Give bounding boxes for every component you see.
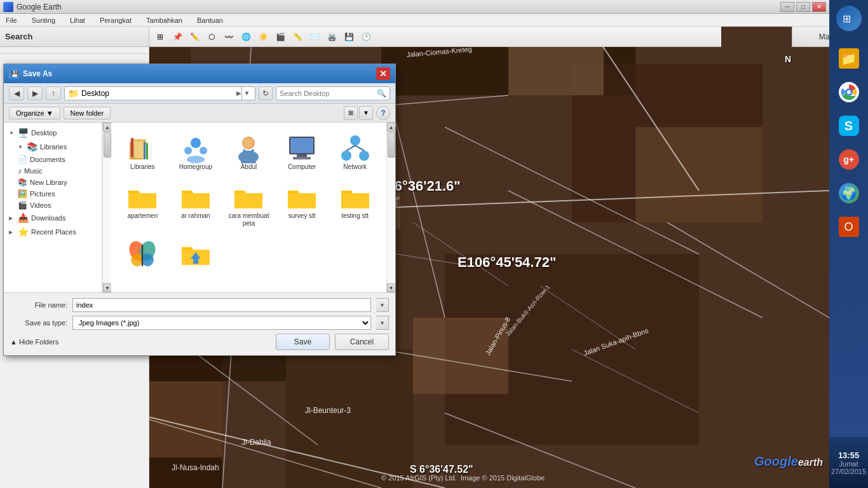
tree-item-pictures[interactable]: 🖼️ Pictures xyxy=(4,188,102,200)
filetype-dropdown-button[interactable]: ▼ xyxy=(376,316,389,330)
skype-icon[interactable]: S xyxy=(834,111,864,141)
filename-input[interactable] xyxy=(72,298,371,312)
ar-rahman-label: ar rahman xyxy=(181,212,210,220)
toolbar-earth-history[interactable]: 🕐 xyxy=(358,29,374,44)
menu-bantuan[interactable]: Bantuan xyxy=(194,15,226,25)
tree-new-library-label: New Library xyxy=(30,179,67,186)
windows-explorer-icon[interactable]: 📁 xyxy=(834,43,864,74)
tree-recent-places-header[interactable]: ▶ ⭐ Recent Places xyxy=(4,225,102,239)
file-item-cara-membuat-peta[interactable]: cara membuat peta xyxy=(224,178,274,231)
tree-pictures-icon: 🖼️ xyxy=(18,189,27,198)
refresh-button[interactable]: ↻ xyxy=(259,86,273,100)
organize-button[interactable]: Organize ▼ xyxy=(9,107,60,119)
scroll-up-button[interactable]: ▲ xyxy=(103,123,112,132)
file-item-network[interactable]: Network xyxy=(330,129,380,175)
close-button[interactable]: ✕ xyxy=(812,2,826,12)
search-input[interactable] xyxy=(280,90,377,97)
file-scroll-down-button[interactable]: ▼ xyxy=(387,283,396,292)
help-button[interactable]: ? xyxy=(376,106,390,120)
left-panel-header xyxy=(0,47,149,54)
tree-documents-icon: 📄 xyxy=(18,155,27,164)
minimize-button[interactable]: ─ xyxy=(780,2,794,12)
chrome-icon[interactable] xyxy=(834,77,864,107)
dialog-body: ▼ 🖥️ Desktop ▼ 📚 Libraries 📄 Documents ♪… xyxy=(4,123,395,292)
tree-item-new-library[interactable]: 📚 New Library xyxy=(4,177,102,188)
coord-bottom: S 6°36'47.52" xyxy=(410,464,473,475)
file-scroll-thumb[interactable] xyxy=(388,132,395,158)
toolbar-polygon[interactable]: ⬡ xyxy=(204,29,219,44)
toolbar-tour[interactable]: 🎬 xyxy=(273,29,288,44)
scroll-track[interactable] xyxy=(103,132,111,283)
google-earth-taskbar-icon[interactable]: 🌍 xyxy=(834,178,864,208)
tree-music-label: Music xyxy=(24,167,43,175)
computer-icon xyxy=(287,133,317,163)
view-dropdown-button[interactable]: ▼ xyxy=(359,106,373,120)
cancel-button[interactable]: Cancel xyxy=(335,334,389,350)
filename-dropdown-button[interactable]: ▼ xyxy=(376,298,389,312)
computer-label: Computer xyxy=(288,163,316,171)
filename-row: File name: ▼ xyxy=(10,298,389,312)
tree-item-documents[interactable]: 📄 Documents xyxy=(4,154,102,165)
windows-start-button[interactable]: ⊞ xyxy=(834,3,864,34)
file-scroll-up-button[interactable]: ▲ xyxy=(387,123,396,132)
file-item-testing-stt[interactable]: testing stt xyxy=(330,178,380,231)
tree-downloads-header[interactable]: ▶ 📥 Downloads xyxy=(4,211,102,225)
google-plus-icon[interactable]: g+ xyxy=(834,144,864,175)
up-button[interactable]: ↑ xyxy=(46,86,61,100)
dialog-nav-bar: ◀ ▶ ↑ 📁 Desktop ▶ ▼ ↻ 🔍 xyxy=(4,83,395,104)
toolbar-overlay[interactable]: 🌐 xyxy=(238,29,254,44)
file-item-survey-stt[interactable]: survey stt xyxy=(277,178,327,231)
toolbar-save-image[interactable]: 💾 xyxy=(341,29,356,44)
new-folder-button[interactable]: New folder xyxy=(64,107,111,119)
file-item-computer[interactable]: Computer xyxy=(277,129,327,175)
file-item-user[interactable]: Abdul xyxy=(224,129,274,175)
toolbar-pin[interactable]: 📌 xyxy=(170,29,185,44)
scroll-thumb[interactable] xyxy=(104,132,111,158)
view-toggle-button[interactable]: ⊞ xyxy=(344,106,358,120)
location-text: Desktop xyxy=(81,89,234,98)
office-icon[interactable]: O xyxy=(834,212,864,242)
tree-libraries-header[interactable]: ▼ 📚 Libraries xyxy=(4,140,102,154)
toolbar-sun[interactable]: ☀️ xyxy=(255,29,271,44)
search-bar[interactable]: 🔍 xyxy=(276,86,390,100)
ge-app-icon xyxy=(3,2,13,12)
location-bar[interactable]: 📁 Desktop ▶ ▼ xyxy=(64,86,255,100)
toolbar-draw-line[interactable]: ✏️ xyxy=(187,29,202,44)
ge-window-controls: ─ □ ✕ xyxy=(780,2,826,12)
tree-desktop-arrow: ▼ xyxy=(9,130,15,136)
file-item-libraries[interactable]: Libraries xyxy=(118,129,168,175)
hide-folders-arrow-icon: ▲ xyxy=(10,338,17,346)
hide-folders-button[interactable]: ▲ Hide Folders xyxy=(10,338,58,346)
toolbar-ruler[interactable]: 📏 xyxy=(290,29,305,44)
tree-item-music[interactable]: ♪ Music xyxy=(4,165,102,177)
location-dropdown-arrow[interactable]: ▼ xyxy=(241,86,252,100)
file-item-special1[interactable] xyxy=(118,234,168,273)
toolbar-print[interactable]: 🖨️ xyxy=(324,29,339,44)
tree-downloads-icon: 📥 xyxy=(18,213,29,223)
search-icon[interactable]: 🔍 xyxy=(377,89,386,98)
tree-desktop-label: Desktop xyxy=(31,129,57,137)
file-item-ar-rahman[interactable]: ar rahman xyxy=(171,178,221,231)
save-button[interactable]: Save xyxy=(276,334,330,350)
scroll-down-button[interactable]: ▼ xyxy=(103,283,112,292)
menu-lihat[interactable]: Lihat xyxy=(67,15,88,25)
toolbar-email[interactable]: ✉️ xyxy=(307,29,322,44)
menu-sunting[interactable]: Sunting xyxy=(29,15,58,25)
tree-desktop-header[interactable]: ▼ 🖥️ Desktop xyxy=(4,126,102,140)
forward-button[interactable]: ▶ xyxy=(27,86,43,100)
toolbar-show-sidebar[interactable]: ⊞ xyxy=(153,29,168,44)
maximize-button[interactable]: □ xyxy=(796,2,810,12)
dialog-close-button[interactable]: ✕ xyxy=(376,67,390,80)
file-scroll-track[interactable] xyxy=(387,132,396,283)
menu-perangkat[interactable]: Perangkat xyxy=(97,15,134,25)
back-button[interactable]: ◀ xyxy=(9,86,24,100)
file-item-apartemen[interactable]: apartemen xyxy=(118,178,168,231)
toolbar-path[interactable]: 〰️ xyxy=(221,29,236,44)
file-item-special2[interactable] xyxy=(171,234,221,273)
filetype-select[interactable]: Jpeg Images (*.jpg) xyxy=(72,316,371,330)
location-folder-icon: 📁 xyxy=(68,88,79,98)
menu-tambahkan[interactable]: Tambahkan xyxy=(144,15,185,25)
tree-item-videos[interactable]: 🎬 Videos xyxy=(4,200,102,211)
menu-file[interactable]: File xyxy=(3,15,20,25)
file-item-homegroup[interactable]: Homegroup xyxy=(171,129,221,175)
